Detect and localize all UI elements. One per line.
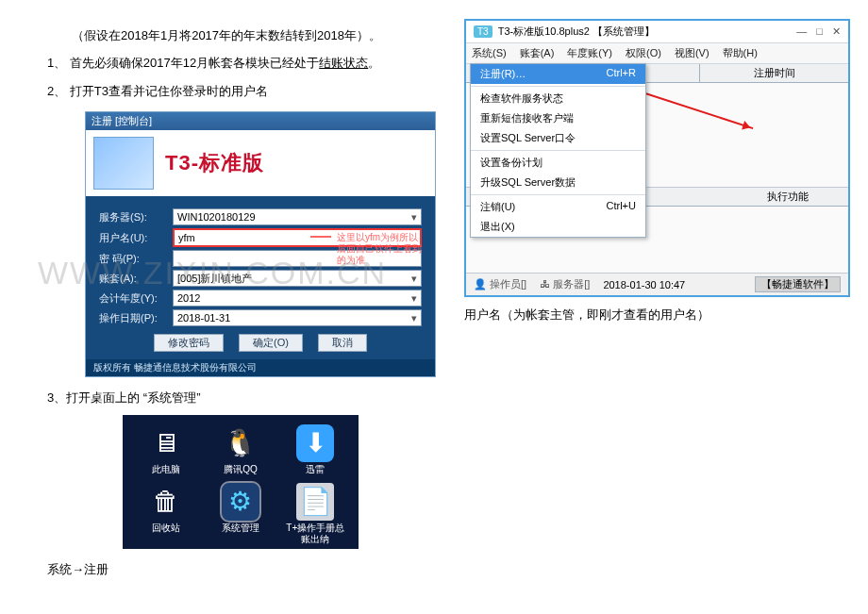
menu-separator <box>471 150 645 151</box>
step-3: 3、打开桌面上的 “系统管理” <box>47 387 436 408</box>
desktop-icon-qq[interactable]: 腾讯QQ <box>207 424 274 475</box>
callout-arrow <box>645 92 754 129</box>
cancel-button[interactable]: 取消 <box>318 334 367 352</box>
menu-item-logout[interactable]: 注销(U) Ctrl+U <box>471 197 645 217</box>
status-time: 2018-01-30 10:47 <box>603 279 685 290</box>
dropdown-label: 注册(R)… <box>480 67 526 81</box>
menu-item-sql-pwd[interactable]: 设置SQL Server口令 <box>471 128 645 148</box>
close-icon[interactable]: ✕ <box>832 25 841 38</box>
menu-item-register[interactable]: 注册(R)… Ctrl+R <box>471 64 645 84</box>
document-icon <box>296 483 334 521</box>
modify-password-button[interactable]: 修改密码 <box>154 334 224 352</box>
xunlei-icon <box>296 424 334 462</box>
ok-button[interactable]: 确定(O) <box>239 334 303 352</box>
book-field[interactable]: [005]新川镇地产 <box>173 270 422 287</box>
login-titlebar: 注册 [控制台] <box>86 112 435 130</box>
login-footer: 版权所有 畅捷通信息技术股份有限公司 <box>86 359 435 376</box>
menu-system[interactable]: 系统(S) <box>472 46 507 60</box>
menu-permission[interactable]: 权限(O) <box>626 46 661 60</box>
menu-item-check-service[interactable]: 检查软件服务状态 <box>471 89 645 108</box>
menu-item-sms-client[interactable]: 重新短信接收客户端 <box>471 108 645 128</box>
icon-label: 系统管理 <box>222 523 259 534</box>
pc-icon <box>147 424 185 462</box>
year-field[interactable]: 2012 <box>173 290 422 307</box>
icon-label: 腾讯QQ <box>224 464 258 475</box>
menubar: 系统(S) 账套(A) 年度账(Y) 权限(O) 视图(V) 帮助(H) 注册(… <box>466 43 848 64</box>
dropdown-label: 注销(U) <box>480 200 515 214</box>
step1-tail: 。 <box>368 56 380 70</box>
admin-titlebar: T3 T3-标准版10.8plus2 【系统管理】 — □ ✕ <box>466 21 848 43</box>
status-operator: 操作员[] <box>474 277 526 291</box>
dropdown-label: 退出(X) <box>480 220 515 234</box>
statusbar: 操作员[] 服务器[] 2018-01-30 10:47 【畅捷通软件】 <box>466 273 848 295</box>
right-caption: 用户名（为帐套主管，即刚才查看的用户名） <box>464 307 850 324</box>
menu-item-upgrade-sql[interactable]: 升级SQL Server数据 <box>471 173 645 192</box>
admin-title: T3-标准版10.8plus2 【系统管理】 <box>498 25 655 39</box>
desktop-icon-manual[interactable]: T+操作手册总账出纳 <box>282 483 349 545</box>
desktop-icon-pc[interactable]: 此电脑 <box>132 424 199 475</box>
desktop-icon-recycle[interactable]: 回收站 <box>132 483 199 545</box>
label-user: 用户名(U): <box>99 231 167 245</box>
login-banner-graphic <box>93 137 154 190</box>
dropdown-label: 升级SQL Server数据 <box>480 175 576 190</box>
menu-item-exit[interactable]: 退出(X) <box>471 217 645 237</box>
dropdown-label: 设置备份计划 <box>480 156 542 170</box>
menu-item-backup-plan[interactable]: 设置备份计划 <box>471 153 645 173</box>
desktop-icon-sysadmin[interactable]: 系统管理 <box>207 483 274 545</box>
step-2: 2、 打开T3查看并记住你登录时的用户名 <box>47 80 436 102</box>
header-regtime: 注册时间 <box>700 64 848 82</box>
menu-yearbook[interactable]: 年度账(Y) <box>567 46 612 60</box>
step1-text: 首先必须确保2017年12月帐套各模块已经处于 <box>70 56 319 70</box>
login-banner-title: T3-标准版 <box>165 149 264 177</box>
assumption-text: （假设在2018年1月将2017年的年末数结转到2018年）。 <box>47 25 436 46</box>
label-book: 账套(A): <box>99 272 167 286</box>
menu-accountset[interactable]: 账套(A) <box>520 46 555 60</box>
icon-label: T+操作手册总账出纳 <box>282 523 349 545</box>
icon-label: 回收站 <box>152 523 180 534</box>
step1-emphasis: 结账状态 <box>319 56 368 70</box>
status-server: 服务器[] <box>540 277 590 291</box>
login-dialog: 注册 [控制台] T3-标准版 服务器(S): WIN1020180129 用户… <box>85 111 436 377</box>
label-date: 操作日期(P): <box>99 311 167 325</box>
icon-label: 此电脑 <box>152 464 180 475</box>
t3-badge-icon: T3 <box>474 25 492 38</box>
dropdown-label: 设置SQL Server口令 <box>480 131 576 145</box>
admin-window: T3 T3-标准版10.8plus2 【系统管理】 — □ ✕ 系统(S) 账套… <box>464 19 850 297</box>
label-server: 服务器(S): <box>99 210 167 224</box>
label-pwd: 密 码(P): <box>99 252 167 266</box>
dropdown-label: 重新短信接收客户端 <box>480 111 574 125</box>
status-vendor: 【畅捷通软件】 <box>755 276 841 292</box>
recycle-icon <box>147 483 185 521</box>
server-field[interactable]: WIN1020180129 <box>173 208 422 225</box>
desktop-icons: 此电脑 腾讯QQ 迅雷 回收站 系统管理 T+操作手册总账出纳 <box>123 415 359 549</box>
system-menu-dropdown: 注册(R)… Ctrl+R 检查软件服务状态 重新短信接收客户端 设置SQL S… <box>470 63 646 238</box>
label-year: 会计年度(Y): <box>99 291 167 306</box>
desktop-icon-xunlei[interactable]: 迅雷 <box>282 424 349 475</box>
menu-separator <box>471 86 645 87</box>
dropdown-shortcut: Ctrl+R <box>607 67 636 81</box>
qq-icon <box>222 424 259 462</box>
menu-separator <box>471 194 645 195</box>
maximize-icon[interactable]: □ <box>816 25 823 38</box>
username-callout: 这里以yfm为例所以后面自己软件上看到的为准 <box>337 232 422 266</box>
date-field[interactable]: 2018-01-31 <box>173 309 422 326</box>
gear-icon <box>222 483 259 521</box>
menu-view[interactable]: 视图(V) <box>675 46 709 60</box>
step-4: 系统→注册 <box>47 558 436 580</box>
icon-label: 迅雷 <box>306 464 325 475</box>
dropdown-label: 检查软件服务状态 <box>480 91 563 106</box>
step2-text: 打开T3查看并记住你登录时的用户名 <box>70 84 268 98</box>
func-header: 执行功能 <box>726 188 848 206</box>
minimize-icon[interactable]: — <box>796 25 807 38</box>
menu-help[interactable]: 帮助(H) <box>723 46 758 60</box>
step-1: 1、 首先必须确保2017年12月帐套各模块已经处于结账状态。 <box>47 52 436 74</box>
dropdown-shortcut: Ctrl+U <box>607 200 636 214</box>
